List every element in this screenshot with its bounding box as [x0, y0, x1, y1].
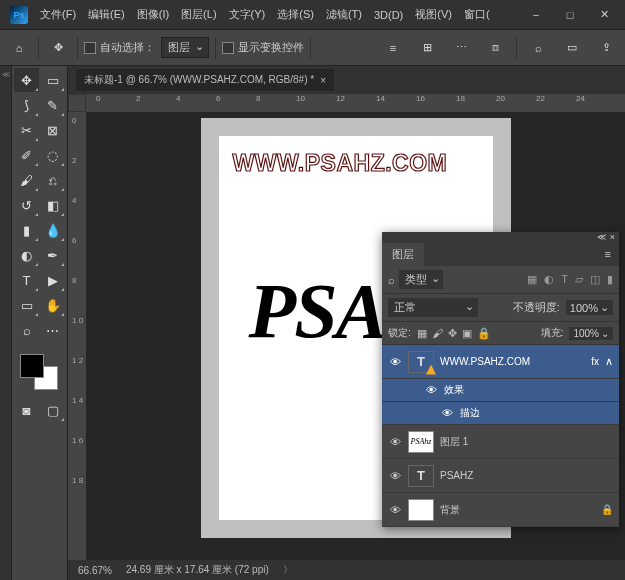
layer-effect-stroke[interactable]: 👁 描边 [382, 402, 619, 425]
type-layer-thumb[interactable]: T [408, 351, 434, 373]
filter-smart-icon[interactable]: ◫ [590, 273, 600, 286]
eraser-tool[interactable]: ◧ [40, 193, 65, 217]
distribute-icon[interactable]: ⊞ [414, 35, 440, 61]
zoom-tool[interactable]: ⌕ [14, 318, 39, 342]
filter-pixel-icon[interactable]: ▦ [527, 273, 537, 286]
menu-filter[interactable]: 滤镜(T) [320, 3, 368, 26]
auto-select-toggle[interactable]: 自动选择： [84, 40, 155, 55]
visibility-icon[interactable]: 👁 [388, 436, 402, 448]
menu-edit[interactable]: 编辑(E) [82, 3, 131, 26]
layer-thumb[interactable] [408, 499, 434, 521]
layer-item[interactable]: 👁 PSAhz 图层 1 [382, 425, 619, 459]
layer-name[interactable]: PSAHZ [440, 470, 613, 481]
edit-toolbar[interactable]: ⋯ [40, 318, 65, 342]
filter-type-select[interactable]: 类型 [399, 270, 443, 289]
opacity-field[interactable]: 100%⌄ [566, 300, 613, 315]
panel-collapse-left[interactable]: ≪ [0, 66, 12, 580]
panel-grip[interactable]: ≪× [382, 232, 619, 242]
lock-all-icon[interactable]: 🔒 [477, 327, 491, 340]
maximize-button[interactable]: □ [553, 1, 587, 29]
quickmask-tool[interactable]: ◙ [14, 398, 39, 422]
home-icon[interactable]: ⌂ [6, 35, 32, 61]
visibility-icon[interactable]: 👁 [424, 384, 438, 396]
frame-tool[interactable]: ⊠ [40, 118, 65, 142]
auto-select-checkbox[interactable] [84, 42, 96, 54]
filter-shape-icon[interactable]: ▱ [575, 273, 583, 286]
crop-tool[interactable]: ✂ [14, 118, 39, 142]
show-transform-toggle[interactable]: 显示变换控件 [222, 40, 304, 55]
visibility-icon[interactable]: 👁 [388, 470, 402, 482]
more-icon[interactable]: ⋯ [448, 35, 474, 61]
path-select-tool[interactable]: ▶ [40, 268, 65, 292]
eyedropper-tool[interactable]: ✐ [14, 143, 39, 167]
screenmode-tool[interactable]: ▢ [40, 398, 65, 422]
layers-panel[interactable]: ≪× 图层 ≡ ⌕ 类型 ▦ ◐ T ▱ ◫ ▮ 正常 不透明度: 100%⌄ … [382, 232, 619, 527]
menu-image[interactable]: 图像(I) [131, 3, 175, 26]
menu-window[interactable]: 窗口( [458, 3, 496, 26]
lasso-tool[interactable]: ⟆ [14, 93, 39, 117]
fx-badge[interactable]: fx [591, 356, 599, 367]
auto-select-target[interactable]: 图层 [161, 37, 209, 58]
minimize-button[interactable]: − [519, 1, 553, 29]
chevron-up-icon[interactable]: ∧ [605, 355, 613, 368]
watermark-text[interactable]: WWW.PSAHZ.COM [233, 150, 448, 177]
marquee-tool[interactable]: ▭ [40, 68, 65, 92]
quick-select-tool[interactable]: ✎ [40, 93, 65, 117]
search-icon[interactable]: ⌕ [388, 274, 395, 286]
color-swatches[interactable] [14, 352, 65, 390]
menu-select[interactable]: 选择(S) [271, 3, 320, 26]
menu-3d[interactable]: 3D(D) [368, 5, 409, 25]
type-tool[interactable]: T [14, 268, 39, 292]
blur-tool[interactable]: 💧 [40, 218, 65, 242]
layer-thumb[interactable]: PSAhz [408, 431, 434, 453]
menu-file[interactable]: 文件(F) [34, 3, 82, 26]
close-button[interactable]: ✕ [587, 1, 621, 29]
lock-transparent-icon[interactable]: ▦ [417, 327, 427, 340]
brush-tool[interactable]: 🖌 [14, 168, 39, 192]
layer-effects[interactable]: 👁 效果 [382, 379, 619, 402]
panel-menu-icon[interactable]: ≡ [597, 244, 619, 264]
document-tab[interactable]: 未标题-1 @ 66.7% (WWW.PSAHZ.COM, RGB/8#) * … [76, 69, 334, 91]
layer-item[interactable]: 👁 T PSAHZ [382, 459, 619, 493]
type-layer-thumb[interactable]: T [408, 465, 434, 487]
layer-item[interactable]: 👁 背景 🔒 [382, 493, 619, 527]
heal-tool[interactable]: ◌ [40, 143, 65, 167]
visibility-icon[interactable]: 👁 [440, 407, 454, 419]
close-panel-icon[interactable]: × [610, 232, 615, 242]
blend-mode-select[interactable]: 正常 [388, 298, 478, 317]
menu-layer[interactable]: 图层(L) [175, 3, 222, 26]
dodge-tool[interactable]: ◐ [14, 243, 39, 267]
move-tool-icon[interactable]: ✥ [45, 35, 71, 61]
show-transform-checkbox[interactable] [222, 42, 234, 54]
shape-tool[interactable]: ▭ [14, 293, 39, 317]
status-caret-icon[interactable]: 〉 [283, 563, 293, 577]
lock-position-icon[interactable]: ✥ [448, 327, 457, 340]
layer-item[interactable]: 👁 T WWW.PSAHZ.COM fx ∧ [382, 345, 619, 379]
pen-tool[interactable]: ✒ [40, 243, 65, 267]
zoom-level[interactable]: 66.67% [78, 565, 112, 576]
hand-tool[interactable]: ✋ [40, 293, 65, 317]
layer-name[interactable]: 图层 1 [440, 435, 613, 449]
3d-mode-icon[interactable]: ⧈ [482, 35, 508, 61]
filter-toggle-icon[interactable]: ▮ [607, 273, 613, 286]
foreground-color-swatch[interactable] [20, 354, 44, 378]
gradient-tool[interactable]: ▮ [14, 218, 39, 242]
filter-type-icon[interactable]: T [561, 273, 568, 286]
workspace-icon[interactable]: ▭ [559, 35, 585, 61]
layers-tab[interactable]: 图层 [382, 243, 424, 266]
close-tab-icon[interactable]: × [320, 75, 326, 86]
filter-adjust-icon[interactable]: ◐ [544, 273, 554, 286]
lock-artboard-icon[interactable]: ▣ [462, 327, 472, 340]
layer-name[interactable]: WWW.PSAHZ.COM [440, 356, 585, 367]
lock-pixels-icon[interactable]: 🖌 [432, 327, 443, 340]
collapse-icon[interactable]: ≪ [597, 232, 606, 242]
align-icon[interactable]: ≡ [380, 35, 406, 61]
clone-tool[interactable]: ⎌ [40, 168, 65, 192]
share-icon[interactable]: ⇪ [593, 35, 619, 61]
search-icon[interactable]: ⌕ [525, 35, 551, 61]
move-tool[interactable]: ✥ [14, 68, 39, 92]
menu-type[interactable]: 文字(Y) [223, 3, 272, 26]
history-brush-tool[interactable]: ↺ [14, 193, 39, 217]
visibility-icon[interactable]: 👁 [388, 504, 402, 516]
visibility-icon[interactable]: 👁 [388, 356, 402, 368]
